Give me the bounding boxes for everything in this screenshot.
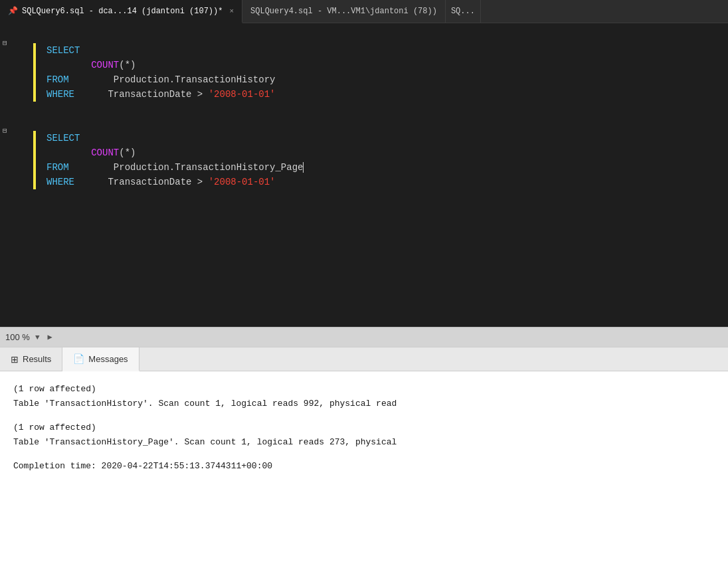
code-content-where1: WHERE TransactionDate > '2008-01-01' <box>36 87 728 102</box>
zoom-dropdown-arrow[interactable]: ▼ <box>35 333 40 341</box>
code-content-blank1 <box>36 29 728 43</box>
code-line-blank2 <box>0 102 728 116</box>
code-editor[interactable]: ⊟ SELECT COUNT(*) FROM Production.Transa… <box>0 23 728 327</box>
results-tab-label: Results <box>23 354 51 364</box>
code-line-from1: FROM Production.TransactionHistory <box>0 72 728 87</box>
code-line-count1: COUNT(*) <box>0 58 728 72</box>
tab-pin-icon: 📌 <box>8 6 18 16</box>
code-line-blank1 <box>0 29 728 43</box>
code-content-select2: SELECT <box>36 131 728 145</box>
code-content-blank3 <box>36 116 728 131</box>
code-content-blank4 <box>36 189 728 204</box>
code-line-select1: ⊟ SELECT <box>0 43 728 58</box>
tab-label: SQLQuery6.sql - dca...14 (jdantoni (107)… <box>22 7 223 16</box>
scroll-right-arrow[interactable]: ▶ <box>47 332 52 342</box>
tab-messages[interactable]: 📄 Messages <box>62 347 139 371</box>
msg-line-4: Table 'TransactionHistory_Page'. Scan co… <box>13 435 715 450</box>
code-line-blank4 <box>0 189 728 204</box>
msg-line-empty1 <box>13 411 715 421</box>
code-line-select2: ⊟ SELECT <box>0 131 728 145</box>
msg-line-3: (1 row affected) <box>13 421 715 435</box>
tab-bar: 📌 SQLQuery6.sql - dca...14 (jdantoni (10… <box>0 0 728 23</box>
code-line-blank3 <box>0 116 728 131</box>
editor-area: ⊟ SELECT COUNT(*) FROM Production.Transa… <box>0 23 728 347</box>
fold-icon-2[interactable]: ⊟ <box>3 124 7 138</box>
code-content-count1: COUNT(*) <box>36 58 728 72</box>
code-line-where1: WHERE TransactionDate > '2008-01-01' <box>0 87 728 102</box>
zoom-bar: 100 % ▼ ▶ <box>0 327 728 347</box>
code-content-select1: SELECT <box>36 43 728 58</box>
code-line-from2: FROM Production.TransactionHistory_Page​ <box>0 160 728 175</box>
msg-line-empty2 <box>13 450 715 459</box>
tab-close-icon[interactable]: × <box>229 7 234 15</box>
results-content: (1 row affected) Table 'TransactionHisto… <box>0 371 728 566</box>
code-content-from2: FROM Production.TransactionHistory_Page​ <box>36 160 728 175</box>
messages-tab-label: Messages <box>88 354 128 364</box>
messages-icon: 📄 <box>73 353 84 364</box>
tab-overflow-label: SQ... <box>451 7 475 16</box>
results-grid-icon: ⊞ <box>11 354 19 365</box>
code-content-blank2 <box>36 102 728 116</box>
code-line-count2: COUNT(*) <box>0 145 728 160</box>
msg-line-1: (1 row affected) <box>13 382 715 397</box>
tab-label-2: SQLQuery4.sql - VM...VM1\jdantoni (78)) <box>250 7 437 16</box>
fold-icon-1[interactable]: ⊟ <box>3 36 7 50</box>
tab-sqlquery4[interactable]: SQLQuery4.sql - VM...VM1\jdantoni (78)) <box>242 0 446 23</box>
code-content-where2: WHERE TransactionDate > '2008-01-01' <box>36 175 728 189</box>
tab-results[interactable]: ⊞ Results <box>0 347 62 371</box>
code-line-where2: WHERE TransactionDate > '2008-01-01' <box>0 175 728 189</box>
tab-sqlquery6[interactable]: 📌 SQLQuery6.sql - dca...14 (jdantoni (10… <box>0 0 242 23</box>
msg-line-2: Table 'TransactionHistory'. Scan count 1… <box>13 397 715 411</box>
results-tabs-bar: ⊞ Results 📄 Messages <box>0 347 728 371</box>
code-content-count2: COUNT(*) <box>36 145 728 160</box>
results-panel: ⊞ Results 📄 Messages (1 row affected) Ta… <box>0 347 728 566</box>
code-content-from1: FROM Production.TransactionHistory <box>36 72 728 87</box>
tab-overflow: SQ... <box>446 0 481 23</box>
msg-line-5: Completion time: 2020-04-22T14:55:13.374… <box>13 459 715 474</box>
zoom-level: 100 % <box>5 332 30 342</box>
